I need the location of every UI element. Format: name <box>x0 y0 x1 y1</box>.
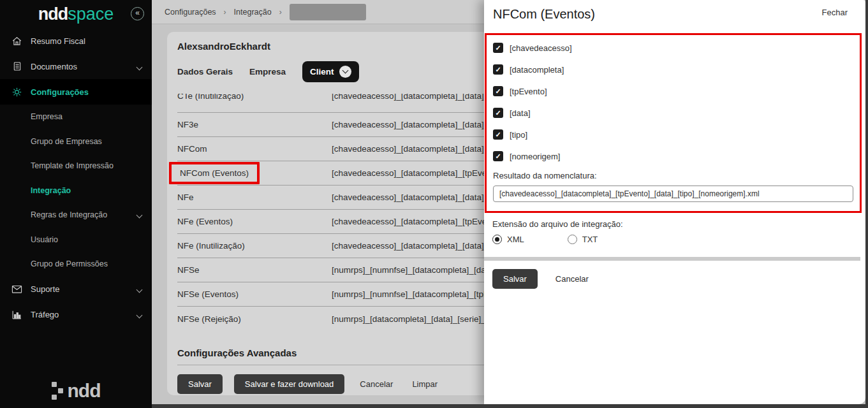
radio-unselected-icon[interactable] <box>568 235 577 244</box>
doc-type-label: CTe (Inutilização) <box>177 94 332 101</box>
sidebar-submenu-item[interactable]: Integração <box>0 178 152 203</box>
token-label: [chavedeacesso] <box>510 43 572 53</box>
save-and-download-button[interactable]: Salvar e fazer download <box>234 374 344 394</box>
panel-header: NFCom (Eventos) Fechar <box>484 0 865 33</box>
clear-button[interactable]: Limpar <box>408 374 441 394</box>
doc-type-label: NF3e <box>177 120 332 129</box>
breadcrumb-item-configuracoes[interactable]: Configurações <box>165 8 216 17</box>
doc-type-label: NFCom (Eventos) <box>177 162 332 184</box>
sidebar-item-trafego[interactable]: Tráfego <box>0 302 152 328</box>
result-label: Resultado da nomenclatura: <box>493 171 853 180</box>
sidebar-item-suporte[interactable]: Suporte <box>0 277 152 302</box>
checkbox-checked-icon[interactable]: ✓ <box>493 86 503 96</box>
client-dropdown-button[interactable]: Client <box>302 61 359 82</box>
doc-type-label: NFe (Inutilização) <box>177 241 332 251</box>
checkbox-checked-icon[interactable]: ✓ <box>493 64 503 75</box>
ndd-squares-icon <box>52 382 63 400</box>
token-checkbox-row[interactable]: ✓ [datacompleta] <box>493 59 853 80</box>
chevron-down-icon <box>137 62 142 71</box>
sidebar-submenu-item-label: Grupo de Empresas <box>31 137 102 146</box>
sidebar-item-label: Configurações <box>31 87 89 97</box>
nfcom-eventos-panel: NFCom (Eventos) Fechar ✓ [chavedeacesso]… <box>484 0 865 404</box>
radio-option-txt[interactable]: TXT <box>568 235 598 244</box>
sidebar-submenu-item-label: Template de Impressão <box>31 161 114 170</box>
envelope-icon <box>11 284 22 295</box>
token-checkbox-row[interactable]: ✓ [chavedeacesso] <box>493 37 853 59</box>
sidebar-collapse-button[interactable]: « <box>131 7 144 20</box>
bar-chart-icon <box>11 309 22 320</box>
logo-ndd-text: ndd <box>38 4 68 24</box>
sidebar-item-label: Resumo Fiscal <box>31 36 85 46</box>
sidebar-item-label: Suporte <box>31 284 60 294</box>
checkbox-checked-icon[interactable]: ✓ <box>493 108 503 118</box>
brand-logo: nddspace « <box>0 0 152 28</box>
sidebar-submenu-item-label: Regras de Integração <box>31 210 107 219</box>
panel-cancel-button[interactable]: Cancelar <box>552 269 592 289</box>
token-label: [tpEvento] <box>510 87 547 96</box>
window-frame-bottom <box>152 404 868 408</box>
radio-label: XML <box>507 235 524 244</box>
doc-type-label: NFSe (Eventos) <box>177 289 332 299</box>
doc-type-label: NFe <box>177 193 332 202</box>
save-button[interactable]: Salvar <box>177 374 223 394</box>
close-panel-button[interactable]: Fechar <box>822 8 848 17</box>
radio-selected-icon[interactable] <box>492 235 502 244</box>
sidebar-submenu-item-label: Integração <box>31 186 71 195</box>
extension-section: Extensão do arquivo de integração: XML T… <box>484 213 865 244</box>
token-checkbox-list: ✓ [chavedeacesso] ✓ [datacompleta] ✓ [tp… <box>493 37 853 167</box>
token-checkbox-row[interactable]: ✓ [tipo] <box>493 124 853 145</box>
sidebar-submenu-item-label: Empresa <box>31 112 63 121</box>
token-checkbox-row[interactable]: ✓ [tpEvento] <box>493 80 853 102</box>
sidebar-submenu-item[interactable]: Empresa <box>0 105 152 129</box>
footer-brand-logo: ndd <box>0 381 152 400</box>
sidebar-submenu-item[interactable]: Usuário <box>0 228 152 252</box>
tab-dados-gerais[interactable]: Dados Gerais <box>177 67 233 76</box>
tab-empresa[interactable]: Empresa <box>249 67 286 76</box>
doc-type-label: NFe (Eventos) <box>177 217 332 226</box>
logo-space-text: space <box>68 4 114 24</box>
token-checkbox-row[interactable]: ✓ [nomeorigem] <box>493 145 853 167</box>
radio-option-xml[interactable]: XML <box>492 235 524 244</box>
sidebar-submenu-item[interactable]: Regras de Integração <box>0 203 152 228</box>
radio-label: TXT <box>582 235 598 244</box>
app-window: nddspace « Resumo Fiscal Documentos Conf… <box>0 0 868 408</box>
gear-icon <box>11 87 22 98</box>
token-checkbox-row[interactable]: ✓ [data] <box>493 102 853 124</box>
sidebar-submenu-item[interactable]: Grupo de Permissões <box>0 252 152 277</box>
doc-type-label: NFSe <box>177 265 332 275</box>
sidebar-submenu-item[interactable]: Grupo de Empresas <box>0 129 152 154</box>
token-label: [tipo] <box>510 130 527 140</box>
window-frame-right <box>865 0 868 408</box>
sidebar-item-configuracoes[interactable]: Configurações <box>0 79 152 105</box>
checkbox-checked-icon[interactable]: ✓ <box>493 129 503 140</box>
naming-result-input[interactable] <box>493 186 853 202</box>
chevron-down-icon <box>137 310 142 319</box>
sidebar-item-resumo-fiscal[interactable]: Resumo Fiscal <box>0 28 152 54</box>
breadcrumb-obscured-item <box>290 4 366 20</box>
sidebar: nddspace « Resumo Fiscal Documentos Conf… <box>0 0 152 408</box>
cancel-button[interactable]: Cancelar <box>356 374 397 394</box>
token-label: [data] <box>510 108 531 118</box>
panel-save-button[interactable]: Salvar <box>492 269 538 289</box>
panel-divider <box>484 257 860 261</box>
home-icon <box>11 36 22 47</box>
sidebar-submenu: Empresa Grupo de Empresas Template de Im… <box>0 105 152 277</box>
sidebar-submenu-item[interactable]: Template de Impressão <box>0 154 152 178</box>
doc-type-label: NFCom <box>177 144 332 154</box>
extension-radio-group: XML TXT <box>492 235 857 244</box>
highlighted-fields-box: ✓ [chavedeacesso] ✓ [datacompleta] ✓ [tp… <box>485 33 862 213</box>
breadcrumb-separator: › <box>224 8 226 17</box>
checkbox-checked-icon[interactable]: ✓ <box>493 43 503 53</box>
client-dropdown-label: Client <box>310 67 334 76</box>
sidebar-submenu-item-label: Usuário <box>31 235 58 244</box>
breadcrumb-item-integracao[interactable]: Integração <box>234 8 272 17</box>
checkbox-checked-icon[interactable]: ✓ <box>493 151 503 161</box>
sidebar-item-label: Tráfego <box>31 310 59 319</box>
doc-type-label: NFSe (Rejeição) <box>177 314 332 324</box>
panel-title: NFCom (Eventos) <box>493 7 595 22</box>
footer-logo-text: ndd <box>68 381 101 400</box>
chevron-down-icon <box>136 212 143 218</box>
token-label: [datacompleta] <box>510 65 564 75</box>
sidebar-item-documentos[interactable]: Documentos <box>0 54 152 79</box>
token-label: [nomeorigem] <box>510 152 560 161</box>
